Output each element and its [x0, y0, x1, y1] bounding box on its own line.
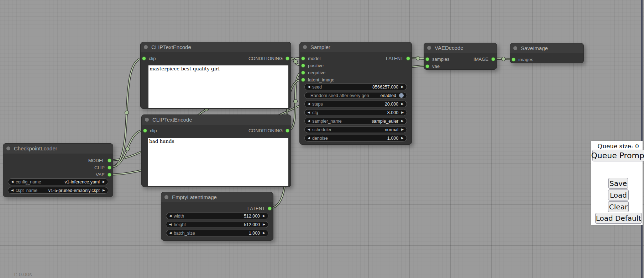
widget-increment-icon[interactable]: ▶ — [263, 223, 265, 226]
node-checkpointloader[interactable]: CheckpointLoader MODEL CLIP VAE ◀ config… — [3, 143, 113, 197]
widget-increment-icon[interactable]: ▶ — [401, 137, 404, 140]
widget-random-seed-toggle[interactable]: Random seed after every gen enabled — [304, 92, 407, 99]
widget-config-name[interactable]: ◀ config_name v1-inference.yaml ▶ — [8, 178, 108, 185]
widget-increment-icon[interactable]: ▶ — [401, 128, 404, 131]
port-dot-icon[interactable] — [512, 58, 515, 62]
port-output-latent[interactable]: LATENT — [386, 55, 410, 61]
toggle-on-icon[interactable] — [399, 93, 404, 98]
port-input-samples[interactable]: samples — [425, 56, 449, 62]
widget-seed[interactable]: ◀ seed 8566257.000 ▶ — [304, 84, 407, 90]
node-header[interactable]: Sampler — [300, 42, 412, 52]
port-dot-icon[interactable] — [286, 57, 289, 60]
port-dot-icon[interactable] — [406, 57, 410, 60]
port-dot-icon[interactable] — [143, 129, 147, 133]
widget-decrement-icon[interactable]: ◀ — [308, 111, 310, 114]
widget-decrement-icon[interactable]: ◀ — [308, 85, 310, 89]
port-input-negative[interactable]: negative — [301, 70, 325, 75]
port-input-vae[interactable]: vae — [425, 63, 440, 69]
port-dot-icon[interactable] — [425, 57, 429, 61]
widget-decrement-icon[interactable]: ◀ — [308, 128, 310, 131]
port-dot-icon[interactable] — [268, 207, 272, 210]
port-dot-icon[interactable] — [301, 64, 305, 68]
port-input-model[interactable]: model — [301, 55, 320, 61]
collapse-dot-icon[interactable] — [6, 146, 10, 150]
port-output-conditioning[interactable]: CONDITIONING — [248, 128, 289, 133]
collapse-dot-icon[interactable] — [144, 45, 148, 49]
widget-increment-icon[interactable]: ▶ — [401, 102, 404, 106]
widget-increment-icon[interactable]: ▶ — [103, 180, 105, 183]
node-saveimage[interactable]: SaveImage images — [510, 43, 584, 63]
queue-prompt-button[interactable]: Queue Prompt — [592, 150, 644, 161]
node-header[interactable]: EmptyLatentImage — [161, 192, 273, 202]
widget-increment-icon[interactable]: ▶ — [401, 85, 404, 89]
widget-increment-icon[interactable]: ▶ — [263, 214, 265, 218]
save-button[interactable]: Save — [608, 178, 628, 189]
load-button[interactable]: Load — [608, 189, 629, 201]
port-output-image[interactable]: IMAGE — [473, 56, 495, 62]
port-dot-icon[interactable] — [108, 173, 111, 177]
widget-height[interactable]: ◀ height 512.000 ▶ — [166, 221, 268, 228]
port-input-positive[interactable]: positive — [301, 63, 324, 68]
widget-increment-icon[interactable]: ▶ — [401, 111, 404, 114]
widget-sampler-name[interactable]: ◀ sampler_name sample_euler ▶ — [304, 118, 407, 124]
widget-decrement-icon[interactable]: ◀ — [169, 214, 172, 218]
node-header[interactable]: CLIPTextEncode — [141, 42, 291, 52]
widget-decrement-icon[interactable]: ◀ — [308, 102, 310, 106]
widget-decrement-icon[interactable]: ◀ — [11, 180, 14, 183]
widget-increment-icon[interactable]: ▶ — [263, 231, 265, 235]
port-dot-icon[interactable] — [301, 71, 305, 75]
widget-batch-size[interactable]: ◀ batch_size 1.000 ▶ — [166, 230, 268, 236]
node-header[interactable]: CLIPTextEncode — [142, 115, 291, 125]
collapse-dot-icon[interactable] — [303, 45, 307, 49]
collapse-dot-icon[interactable] — [427, 46, 431, 50]
port-output-latent[interactable]: LATENT — [247, 205, 272, 211]
port-output-vae[interactable]: VAE — [96, 172, 111, 177]
node-vaedecode[interactable]: VAEDecode samples vae IMAGE — [424, 43, 497, 70]
node-cliptextencode-negative[interactable]: CLIPTextEncode clip CONDITIONING bad han… — [141, 114, 291, 187]
load-default-button[interactable]: Load Default — [595, 213, 642, 224]
positive-prompt-textarea[interactable]: masterpiece best quality girl — [148, 65, 288, 108]
collapse-dot-icon[interactable] — [145, 118, 149, 122]
port-input-clip[interactable]: clip — [143, 128, 157, 133]
widget-denoise[interactable]: ◀ denoise 1.000 ▶ — [304, 135, 407, 141]
node-sampler[interactable]: Sampler model positive negative latent_i… — [299, 42, 412, 145]
port-dot-icon[interactable] — [108, 166, 111, 170]
widget-decrement-icon[interactable]: ◀ — [308, 119, 310, 123]
widget-cfg[interactable]: ◀ cfg 8.000 ▶ — [304, 109, 407, 116]
port-output-model[interactable]: MODEL — [88, 157, 111, 163]
negative-prompt-textarea[interactable]: bad hands — [148, 138, 288, 186]
node-header[interactable]: CheckpointLoader — [3, 144, 113, 154]
collapse-dot-icon[interactable] — [164, 195, 168, 199]
widget-label: scheduler — [312, 127, 331, 132]
widget-decrement-icon[interactable]: ◀ — [11, 189, 14, 192]
port-input-latent-image[interactable]: latent_image — [301, 77, 334, 82]
node-emptylatentimage[interactable]: EmptyLatentImage LATENT ◀ width 512.000 … — [161, 192, 273, 241]
collapse-dot-icon[interactable] — [513, 46, 517, 50]
node-cliptextencode-positive[interactable]: CLIPTextEncode clip CONDITIONING masterp… — [140, 42, 291, 109]
clear-button[interactable]: Clear — [608, 201, 629, 212]
widget-increment-icon[interactable]: ▶ — [401, 119, 404, 123]
port-dot-icon[interactable] — [286, 129, 289, 133]
port-output-clip[interactable]: CLIP — [94, 165, 111, 170]
port-input-clip[interactable]: clip — [142, 55, 156, 61]
port-label: CONDITIONING — [248, 128, 283, 133]
port-dot-icon[interactable] — [301, 78, 305, 82]
widget-scheduler[interactable]: ◀ scheduler normal ▶ — [304, 126, 407, 133]
port-dot-icon[interactable] — [491, 57, 495, 61]
port-dot-icon[interactable] — [301, 57, 305, 60]
widget-decrement-icon[interactable]: ◀ — [169, 223, 172, 226]
port-dot-icon[interactable] — [108, 159, 111, 162]
widget-decrement-icon[interactable]: ◀ — [169, 231, 172, 235]
widget-ckpt-name[interactable]: ◀ ckpt_name v1-5-pruned-emaonly.ckpt ▶ — [8, 187, 108, 194]
node-header[interactable]: VAEDecode — [424, 43, 497, 53]
node-header[interactable]: SaveImage — [510, 43, 583, 53]
port-dot-icon[interactable] — [142, 57, 146, 60]
port-dot-icon[interactable] — [425, 64, 429, 68]
widget-increment-icon[interactable]: ▶ — [103, 189, 105, 192]
widget-width[interactable]: ◀ width 512.000 ▶ — [166, 213, 268, 219]
port-output-conditioning[interactable]: CONDITIONING — [248, 55, 289, 61]
widget-decrement-icon[interactable]: ◀ — [308, 137, 310, 140]
node-graph-canvas[interactable]: CheckpointLoader MODEL CLIP VAE ◀ config… — [0, 0, 644, 278]
widget-steps[interactable]: ◀ steps 20.000 ▶ — [304, 101, 407, 107]
port-input-images[interactable]: images — [512, 57, 533, 62]
